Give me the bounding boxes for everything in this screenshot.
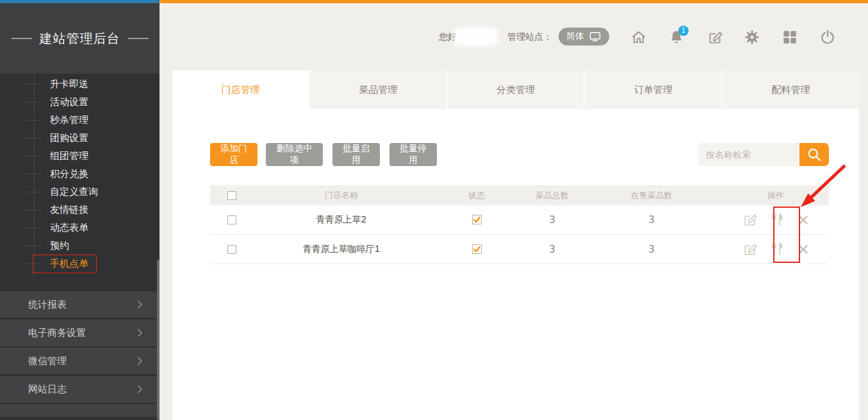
- search-input[interactable]: [698, 143, 799, 166]
- compose-icon[interactable]: [707, 29, 723, 46]
- sidebar-section-wechat[interactable]: 微信管理: [0, 348, 160, 376]
- site-label: 管理站点：: [507, 31, 552, 43]
- status-checkbox-checked[interactable]: [472, 244, 482, 254]
- greeting-text: 您好: [439, 31, 457, 43]
- store-name: 青青原上草咖啡厅1: [254, 244, 429, 255]
- sidebar-section-logs[interactable]: 网站日志: [0, 376, 160, 404]
- chevron-right-icon: [134, 383, 145, 395]
- language-label: 简体: [566, 31, 584, 42]
- sidebar-item-label: 团购设置: [50, 132, 88, 144]
- sidebar-item-booking[interactable]: 预约: [0, 237, 160, 255]
- tab-store-management[interactable]: 门店管理: [172, 71, 309, 109]
- sidebar-item-label: 自定义查询: [50, 186, 98, 197]
- store-table: 门店名称 状态 菜品总数 在售菜品数 操作 青青原上草2 3 3: [210, 185, 829, 264]
- store-name: 青青原上草2: [254, 214, 429, 226]
- col-header-on-sale: 在售菜品数: [580, 190, 723, 201]
- main-header: 您好 管理站点： 简体 1: [160, 3, 868, 71]
- sidebar-item-card-gift[interactable]: 升卡即送: [0, 75, 160, 93]
- sidebar-item-label: 友情链接: [50, 204, 88, 215]
- sidebar-item-label: 组团管理: [50, 150, 88, 162]
- tab-label: 门店管理: [221, 84, 259, 96]
- add-store-button[interactable]: 添加门店: [210, 143, 258, 166]
- tab-label: 配料管理: [772, 84, 810, 96]
- dish-total: 3: [524, 214, 580, 226]
- table-row: 青青原上草咖啡厅1 3 3: [210, 235, 829, 264]
- sidebar-item-custom-query[interactable]: 自定义查询: [0, 183, 160, 201]
- tab-category-management[interactable]: 分类管理: [446, 71, 584, 109]
- sidebar-section-reports[interactable]: 统计报表: [0, 291, 160, 319]
- sidebar-item-label: 手机点单: [50, 258, 88, 269]
- sidebar-item-seckill[interactable]: 秒杀管理: [0, 111, 160, 129]
- sidebar-section-filler: [0, 404, 160, 417]
- app-title-text: 建站管理后台: [40, 30, 120, 47]
- row-checkbox[interactable]: [227, 245, 236, 254]
- dish-on-sale: 3: [580, 214, 723, 226]
- tab-label: 订单管理: [634, 84, 673, 96]
- sidebar-item-activity[interactable]: 活动设置: [0, 93, 160, 111]
- table-header-row: 门店名称 状态 菜品总数 在售菜品数 操作: [210, 185, 829, 205]
- sidebar-item-label: 动态表单: [50, 222, 88, 233]
- chevron-right-icon: [134, 327, 145, 339]
- app-title: 建站管理后台: [0, 3, 160, 74]
- redacted-username: [456, 29, 496, 44]
- batch-enable-button[interactable]: 批量启用: [332, 143, 380, 166]
- tab-dish-management[interactable]: 菜品管理: [309, 71, 446, 109]
- tab-label: 菜品管理: [359, 84, 397, 96]
- monitor-icon: [589, 30, 602, 43]
- logout-power-icon[interactable]: [819, 29, 836, 46]
- section-label: 统计报表: [28, 299, 67, 311]
- col-header-name: 门店名称: [254, 190, 429, 201]
- toolbar: 添加门店 删除选中项 批量启用 批量停用: [172, 143, 859, 166]
- sidebar: 建站管理后台 升卡即送 活动设置 秒杀管理 团购设置 组团管理 积分兑换 自定义…: [0, 3, 160, 420]
- sidebar-section-ecommerce[interactable]: 电子商务设置: [0, 319, 160, 348]
- home-icon[interactable]: [630, 29, 647, 46]
- delete-selected-button[interactable]: 删除选中项: [266, 143, 323, 166]
- status-checkbox-checked[interactable]: [472, 215, 482, 224]
- edit-icon[interactable]: [742, 212, 758, 228]
- tab-label: 分类管理: [496, 84, 535, 96]
- sidebar-sections: 统计报表 电子商务设置 微信管理 网站日志: [0, 290, 160, 417]
- col-header-actions: 操作: [723, 190, 829, 201]
- sidebar-item-label: 升卡即送: [50, 78, 88, 90]
- batch-disable-button[interactable]: 批量停用: [389, 143, 437, 166]
- sidebar-item-label: 活动设置: [50, 96, 88, 108]
- edit-icon[interactable]: [742, 241, 758, 257]
- dishes-fork-knife-icon[interactable]: [769, 212, 785, 228]
- tab-bar: 门店管理 菜品管理 分类管理 订单管理 配料管理: [172, 71, 859, 109]
- col-header-status: 状态: [429, 190, 524, 201]
- chevron-right-icon: [134, 355, 145, 367]
- sidebar-item-groupbuy[interactable]: 团购设置: [0, 129, 160, 147]
- sidebar-item-label: 秒杀管理: [50, 114, 88, 126]
- row-checkbox[interactable]: [227, 215, 236, 224]
- title-dash-left: [12, 38, 32, 39]
- content-panel: 门店管理 菜品管理 分类管理 订单管理 配料管理 添加门店 删除选中项 批量启用…: [172, 71, 859, 420]
- table-row: 青青原上草2 3 3: [210, 205, 829, 235]
- chevron-right-icon: [134, 299, 145, 310]
- sidebar-item-dynamic-form[interactable]: 动态表单: [0, 219, 160, 237]
- dishes-fork-knife-icon[interactable]: [769, 241, 785, 257]
- search-button[interactable]: [799, 143, 829, 166]
- col-header-total: 菜品总数: [524, 190, 580, 201]
- tab-order-management[interactable]: 订单管理: [584, 71, 721, 109]
- section-label: 网站日志: [28, 383, 67, 396]
- dish-on-sale: 3: [580, 244, 723, 255]
- delete-x-icon[interactable]: [797, 214, 810, 226]
- settings-gear-icon[interactable]: [744, 29, 760, 46]
- dish-total: 3: [524, 244, 580, 255]
- sidebar-item-links[interactable]: 友情链接: [0, 201, 160, 219]
- section-label: 微信管理: [28, 355, 67, 367]
- delete-x-icon[interactable]: [797, 243, 810, 256]
- notification-badge: 1: [678, 26, 689, 36]
- title-dash-right: [128, 38, 149, 39]
- select-all-checkbox[interactable]: [227, 191, 236, 200]
- sidebar-scrollbar[interactable]: [157, 260, 160, 420]
- section-label: 电子商务设置: [28, 327, 86, 339]
- language-site-button[interactable]: 简体: [559, 28, 609, 46]
- search-icon: [806, 146, 823, 163]
- apps-grid-icon[interactable]: [782, 29, 798, 46]
- sidebar-item-points[interactable]: 积分兑换: [0, 165, 160, 183]
- tab-ingredient-management[interactable]: 配料管理: [721, 71, 859, 109]
- sidebar-item-label: 积分兑换: [50, 168, 88, 180]
- sidebar-item-group[interactable]: 组团管理: [0, 147, 160, 165]
- sidebar-item-mobile-order[interactable]: 手机点单: [0, 255, 160, 273]
